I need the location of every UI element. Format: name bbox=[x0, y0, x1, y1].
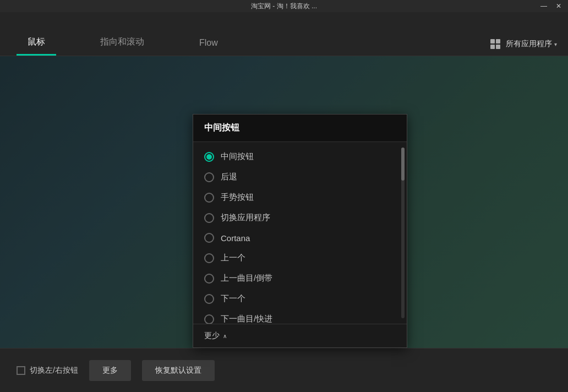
radio-middle-btn[interactable] bbox=[204, 152, 214, 162]
list-item[interactable]: 切换应用程序 bbox=[193, 208, 407, 228]
chevron-down-icon: ▾ bbox=[554, 41, 557, 47]
titlebar-controls: — ✕ bbox=[538, 2, 564, 10]
list-item[interactable]: 中间按钮 bbox=[193, 146, 407, 167]
bottom-controls: 切换左/右按钮 更多 恢复默认设置 bbox=[0, 348, 568, 392]
radio-next-track[interactable] bbox=[204, 314, 214, 324]
dropdown-footer: 更少 ∧ bbox=[193, 324, 407, 347]
list-item[interactable]: Cortana bbox=[193, 228, 407, 248]
grid-view-icon[interactable] bbox=[490, 39, 500, 49]
tab-pointing[interactable]: 指向和滚动 bbox=[89, 36, 155, 56]
tabbar: 鼠标 指向和滚动 Flow 所有应用程序 ▾ bbox=[0, 12, 568, 56]
content-area: logi 中间按钮 中间按钮 bbox=[0, 56, 568, 392]
titlebar-title: 淘宝网 - 淘！我喜欢 ... bbox=[251, 2, 317, 11]
list-item[interactable]: 下一曲目/快进 bbox=[193, 309, 407, 324]
checkbox-icon[interactable] bbox=[17, 366, 25, 375]
dropdown-list: 中间按钮 后退 手势按钮 切换应用程序 Cortana bbox=[193, 142, 407, 324]
tabbar-right: 所有应用程序 ▾ bbox=[490, 39, 557, 49]
show-less-button[interactable]: 更少 ∧ bbox=[204, 331, 396, 341]
app-window: 鼠标 指向和滚动 Flow 所有应用程序 ▾ bbox=[0, 12, 568, 392]
minimize-button[interactable]: — bbox=[538, 2, 549, 10]
radio-next[interactable] bbox=[204, 294, 214, 304]
scrollbar-track[interactable] bbox=[401, 148, 405, 318]
app-selector[interactable]: 所有应用程序 ▾ bbox=[506, 39, 557, 49]
list-item[interactable]: 下一个 bbox=[193, 288, 407, 309]
dropdown-panel: 中间按钮 中间按钮 后退 手势按钮 bbox=[193, 114, 407, 348]
dropdown-header: 中间按钮 bbox=[193, 115, 407, 142]
chevron-up-icon: ∧ bbox=[223, 333, 227, 339]
radio-prev-track[interactable] bbox=[204, 274, 214, 284]
list-item[interactable]: 上一曲目/倒带 bbox=[193, 268, 407, 288]
titlebar: 淘宝网 - 淘！我喜欢 ... — ✕ bbox=[0, 0, 568, 12]
more-button[interactable]: 更多 bbox=[89, 360, 131, 381]
radio-cortana[interactable] bbox=[204, 233, 214, 243]
close-button[interactable]: ✕ bbox=[554, 2, 564, 10]
reset-button[interactable]: 恢复默认设置 bbox=[142, 360, 215, 381]
radio-switch-app[interactable] bbox=[204, 213, 214, 223]
radio-prev[interactable] bbox=[204, 253, 214, 263]
list-item[interactable]: 后退 bbox=[193, 167, 407, 187]
list-item[interactable]: 手势按钮 bbox=[193, 187, 407, 208]
radio-back[interactable] bbox=[204, 172, 214, 182]
radio-gesture[interactable] bbox=[204, 193, 214, 203]
scrollbar-thumb[interactable] bbox=[401, 148, 405, 181]
tab-mouse[interactable]: 鼠标 bbox=[17, 36, 56, 56]
checkbox-swap-buttons[interactable]: 切换左/右按钮 bbox=[17, 366, 78, 375]
list-item[interactable]: 上一个 bbox=[193, 248, 407, 268]
tab-flow[interactable]: Flow bbox=[188, 38, 229, 56]
